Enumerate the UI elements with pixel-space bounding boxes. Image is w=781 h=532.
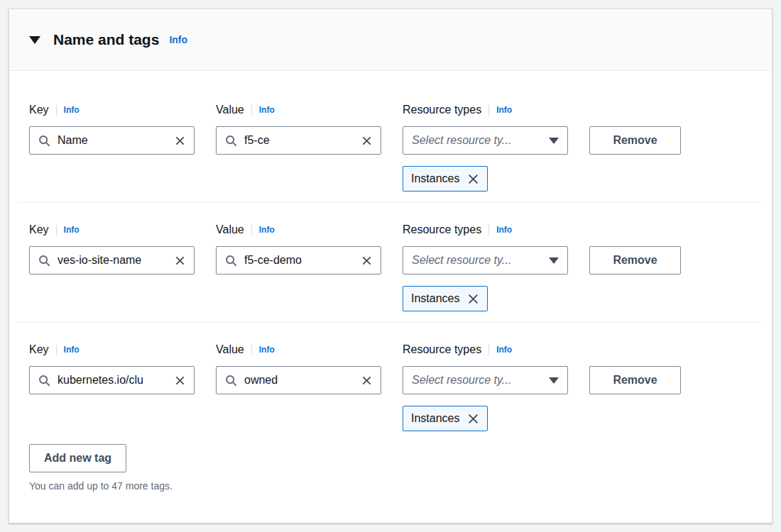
- search-icon: [38, 255, 50, 267]
- value-input-wrapper: [216, 366, 381, 394]
- value-label: Value Info: [216, 342, 381, 358]
- search-icon: [225, 135, 237, 147]
- panel-info-link[interactable]: Info: [169, 34, 187, 45]
- label-divider: [488, 105, 489, 116]
- clear-icon[interactable]: [361, 255, 372, 266]
- resource-types-info-link[interactable]: Info: [496, 345, 512, 355]
- token-dismiss-icon[interactable]: [467, 413, 479, 425]
- resource-types-select[interactable]: Select resource ty...: [403, 246, 568, 275]
- select-placeholder: Select resource ty...: [412, 254, 511, 267]
- label-divider: [251, 105, 252, 116]
- search-icon: [38, 135, 50, 147]
- value-input-wrapper: [216, 126, 381, 155]
- key-input[interactable]: [58, 134, 168, 147]
- key-column: Key Info: [29, 222, 195, 275]
- search-icon: [225, 375, 237, 387]
- key-input[interactable]: [58, 254, 168, 267]
- clear-icon[interactable]: [175, 135, 185, 146]
- remove-column: Remove: [589, 222, 681, 275]
- collapse-caret-icon[interactable]: [29, 36, 40, 44]
- remove-column: Remove: [589, 102, 681, 155]
- resource-types-label: Resource types Info: [403, 222, 568, 238]
- value-info-link[interactable]: Info: [259, 105, 275, 115]
- clear-icon[interactable]: [175, 375, 185, 386]
- tag-row: Key Info Value Info: [29, 342, 752, 431]
- value-input-wrapper: [216, 246, 381, 275]
- key-label: Key Info: [29, 222, 195, 238]
- resource-types-select[interactable]: Select resource ty...: [403, 366, 568, 394]
- token-label: Instances: [411, 412, 459, 425]
- key-column: Key Info: [29, 342, 195, 394]
- remove-button[interactable]: Remove: [589, 246, 681, 275]
- row-divider: [18, 202, 763, 203]
- search-icon: [38, 375, 50, 387]
- tag-row: Key Info Value Info: [29, 222, 752, 311]
- key-info-link[interactable]: Info: [64, 225, 80, 235]
- search-icon: [225, 255, 237, 267]
- chevron-down-icon: [549, 377, 559, 384]
- clear-icon[interactable]: [361, 135, 372, 146]
- token-label: Instances: [411, 172, 459, 185]
- select-placeholder: Select resource ty...: [412, 134, 511, 147]
- key-label: Key Info: [29, 342, 195, 358]
- remove-column: Remove: [589, 342, 681, 394]
- resource-types-column: Resource types Info Select resource ty..…: [403, 102, 568, 192]
- label-divider: [251, 345, 252, 355]
- label-divider: [488, 345, 489, 355]
- label-divider: [56, 105, 57, 116]
- resource-types-select[interactable]: Select resource ty...: [403, 126, 568, 155]
- value-label: Value Info: [216, 222, 381, 238]
- label-divider: [56, 345, 57, 355]
- key-label: Key Info: [29, 102, 195, 118]
- add-new-tag-button[interactable]: Add new tag: [29, 444, 126, 472]
- key-info-link[interactable]: Info: [64, 345, 80, 355]
- value-column: Value Info: [216, 102, 381, 155]
- tags-remaining-text: You can add up to 47 more tags.: [29, 480, 752, 492]
- key-column: Key Info: [29, 102, 195, 155]
- panel-title: Name and tags: [53, 31, 159, 48]
- token-label: Instances: [411, 292, 459, 305]
- key-input-wrapper: [29, 246, 195, 275]
- resource-type-token: Instances: [403, 406, 488, 431]
- select-placeholder: Select resource ty...: [412, 374, 511, 387]
- clear-icon[interactable]: [361, 375, 372, 386]
- value-input[interactable]: [244, 374, 354, 387]
- panel-content: Key Info Value Info: [9, 71, 772, 492]
- clear-icon[interactable]: [175, 255, 185, 266]
- resource-types-column: Resource types Info Select resource ty..…: [403, 222, 568, 311]
- label-divider: [251, 225, 252, 235]
- key-input[interactable]: [58, 374, 168, 387]
- resource-types-column: Resource types Info Select resource ty..…: [403, 342, 568, 431]
- tag-row: Key Info Value Info: [29, 102, 752, 192]
- token-dismiss-icon[interactable]: [467, 293, 479, 305]
- resource-type-token: Instances: [403, 286, 488, 311]
- value-input[interactable]: [244, 134, 354, 147]
- key-info-link[interactable]: Info: [64, 105, 80, 115]
- remove-button[interactable]: Remove: [589, 126, 681, 155]
- value-info-link[interactable]: Info: [259, 225, 275, 235]
- key-input-wrapper: [29, 126, 195, 155]
- resource-types-label: Resource types Info: [403, 102, 568, 118]
- value-column: Value Info: [216, 222, 381, 275]
- resource-types-label: Resource types Info: [403, 342, 568, 358]
- value-label: Value Info: [216, 102, 381, 118]
- value-input[interactable]: [244, 254, 354, 267]
- resource-types-info-link[interactable]: Info: [496, 225, 512, 235]
- chevron-down-icon: [549, 138, 559, 144]
- key-input-wrapper: [29, 366, 195, 394]
- value-column: Value Info: [216, 342, 381, 394]
- value-info-link[interactable]: Info: [259, 345, 275, 355]
- resource-types-info-link[interactable]: Info: [496, 105, 512, 115]
- chevron-down-icon: [549, 257, 559, 264]
- token-dismiss-icon[interactable]: [467, 173, 479, 185]
- remove-button[interactable]: Remove: [589, 366, 681, 394]
- name-and-tags-panel: Name and tags Info Key Info Value: [9, 9, 772, 523]
- row-divider: [18, 322, 763, 323]
- label-divider: [488, 225, 489, 235]
- label-divider: [56, 225, 57, 235]
- panel-header[interactable]: Name and tags Info: [9, 9, 772, 71]
- resource-type-token: Instances: [403, 166, 488, 192]
